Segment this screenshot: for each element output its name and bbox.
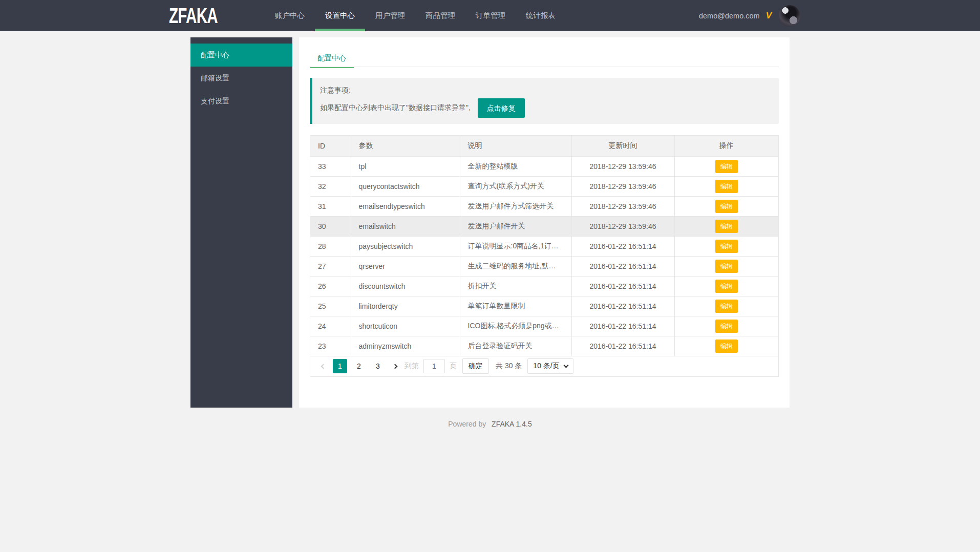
cell-param: qrserver	[351, 256, 460, 276]
edit-button[interactable]: 编辑	[715, 200, 738, 213]
prev-page-button[interactable]	[318, 365, 328, 368]
chevron-right-icon	[392, 364, 397, 369]
cell-desc: 单笔订单数量限制	[460, 296, 571, 316]
table-row: 32querycontactswitch查询方式(联系方式)开关2018-12-…	[310, 176, 778, 196]
sidebar-item-config[interactable]: 配置中心	[190, 44, 292, 67]
cell-actions: 编辑	[674, 276, 778, 296]
cell-desc: 订单说明显示:0商品名,1订…	[460, 236, 571, 256]
page-size-value: 10 条/页	[533, 362, 559, 371]
cell-actions: 编辑	[674, 296, 778, 316]
cell-actions: 编辑	[674, 316, 778, 336]
cell-id: 24	[310, 316, 351, 336]
cell-time: 2018-12-29 13:59:46	[571, 216, 674, 236]
powered-by-label: Powered by	[448, 420, 486, 428]
cell-actions: 编辑	[674, 156, 778, 176]
column-header: ID	[310, 136, 351, 156]
cell-time: 2016-01-22 16:51:14	[571, 256, 674, 276]
cell-time: 2016-01-22 16:51:14	[571, 276, 674, 296]
cell-param: discountswitch	[351, 276, 460, 296]
nav-item-settings[interactable]: 设置中心	[315, 0, 365, 31]
cell-time: 2016-01-22 16:51:14	[571, 336, 674, 356]
cell-time: 2018-12-29 13:59:46	[571, 156, 674, 176]
edit-button[interactable]: 编辑	[715, 220, 738, 233]
edit-button[interactable]: 编辑	[715, 280, 738, 293]
cell-param: shortcuticon	[351, 316, 460, 336]
avatar[interactable]	[779, 5, 800, 27]
table-row: 31emailsendtypeswitch发送用户邮件方式筛选开关2018-12…	[310, 196, 778, 216]
edit-button[interactable]: 编辑	[715, 240, 738, 253]
main-card: 配置中心 注意事项: 如果配置中心列表中出现了"数据接口请求异常", 点击修复 …	[299, 37, 790, 408]
user-email[interactable]: demo@demo.com	[699, 12, 760, 20]
page-number-1[interactable]: 1	[333, 359, 347, 373]
cell-id: 27	[310, 256, 351, 276]
tab-bar: 配置中心	[310, 48, 779, 67]
nav-item-reports[interactable]: 统计报表	[516, 0, 566, 31]
page-numbers: 123	[333, 359, 385, 373]
notice-box: 注意事项: 如果配置中心列表中出现了"数据接口请求异常", 点击修复	[310, 78, 779, 124]
cell-id: 23	[310, 336, 351, 356]
nav-item-goods[interactable]: 商品管理	[415, 0, 465, 31]
cell-desc: 折扣开关	[460, 276, 571, 296]
cell-desc: 发送用户邮件开关	[460, 216, 571, 236]
nav-menu: 账户中心设置中心用户管理商品管理订单管理统计报表	[265, 0, 566, 31]
cell-actions: 编辑	[674, 196, 778, 216]
cell-desc: 全新的整站模版	[460, 156, 571, 176]
user-area: demo@demo.com V	[699, 0, 800, 31]
table-row: 33tpl全新的整站模版2018-12-29 13:59:46编辑	[310, 156, 778, 176]
nav-item-account[interactable]: 账户中心	[265, 0, 315, 31]
sidebar-item-email[interactable]: 邮箱设置	[190, 67, 292, 90]
column-header: 更新时间	[571, 136, 674, 156]
edit-button[interactable]: 编辑	[715, 339, 738, 353]
footer: Powered by ZFAKA 1.4.5	[0, 420, 980, 428]
goto-page-input[interactable]	[423, 359, 445, 373]
cell-actions: 编辑	[674, 336, 778, 356]
chevron-down-icon	[563, 363, 568, 368]
table-row: 30emailswitch发送用户邮件开关2018-12-29 13:59:46…	[310, 216, 778, 236]
tab-config-center[interactable]: 配置中心	[310, 49, 354, 68]
cell-param: paysubjectswitch	[351, 236, 460, 256]
fix-button[interactable]: 点击修复	[478, 98, 525, 118]
cell-desc: 后台登录验证码开关	[460, 336, 571, 356]
cell-time: 2016-01-22 16:51:14	[571, 316, 674, 336]
total-count: 共 30 条	[496, 362, 522, 371]
cell-desc: 查询方式(联系方式)开关	[460, 176, 571, 196]
table-row: 25limitorderqty单笔订单数量限制2016-01-22 16:51:…	[310, 296, 778, 316]
cell-desc: 发送用户邮件方式筛选开关	[460, 196, 571, 216]
page-number-2[interactable]: 2	[352, 359, 366, 373]
cell-param: tpl	[351, 156, 460, 176]
goto-confirm-button[interactable]: 确定	[462, 358, 489, 374]
cell-actions: 编辑	[674, 216, 778, 236]
cell-id: 28	[310, 236, 351, 256]
notice-text: 如果配置中心列表中出现了"数据接口请求异常",	[320, 103, 471, 113]
next-page-button[interactable]	[390, 365, 400, 368]
cell-id: 26	[310, 276, 351, 296]
nav-item-users[interactable]: 用户管理	[365, 0, 415, 31]
sidebar-item-pay[interactable]: 支付设置	[190, 90, 292, 113]
top-navbar: ZFAKA 账户中心设置中心用户管理商品管理订单管理统计报表 demo@demo…	[0, 0, 980, 31]
cell-param: limitorderqty	[351, 296, 460, 316]
edit-button[interactable]: 编辑	[715, 320, 738, 333]
edit-button[interactable]: 编辑	[715, 300, 738, 313]
sidebar: 配置中心邮箱设置支付设置	[190, 37, 292, 408]
page-number-3[interactable]: 3	[371, 359, 385, 373]
config-table: ID参数说明更新时间操作 33tpl全新的整站模版2018-12-29 13:5…	[310, 136, 778, 356]
chevron-left-icon	[321, 364, 326, 369]
pagination: 123 到第 页 确定 共 30 条 10 条/页	[310, 356, 778, 376]
page-unit-label: 页	[450, 362, 457, 371]
table-row: 27qrserver生成二维码的服务地址,默…2016-01-22 16:51:…	[310, 256, 778, 276]
edit-button[interactable]: 编辑	[715, 160, 738, 173]
cell-id: 25	[310, 296, 351, 316]
page-size-select[interactable]: 10 条/页	[527, 358, 573, 374]
edit-button[interactable]: 编辑	[715, 180, 738, 193]
version-link[interactable]: ZFAKA 1.4.5	[492, 420, 532, 428]
table-body: 33tpl全新的整站模版2018-12-29 13:59:46编辑32query…	[310, 156, 778, 356]
table-header-row: ID参数说明更新时间操作	[310, 136, 778, 156]
cell-time: 2016-01-22 16:51:14	[571, 236, 674, 256]
column-header: 操作	[674, 136, 778, 156]
edit-button[interactable]: 编辑	[715, 260, 738, 273]
table-row: 26discountswitch折扣开关2016-01-22 16:51:14编…	[310, 276, 778, 296]
cell-id: 31	[310, 196, 351, 216]
cell-param: adminyzmswitch	[351, 336, 460, 356]
brand-logo[interactable]: ZFAKA	[169, 0, 218, 32]
nav-item-orders[interactable]: 订单管理	[465, 0, 516, 31]
